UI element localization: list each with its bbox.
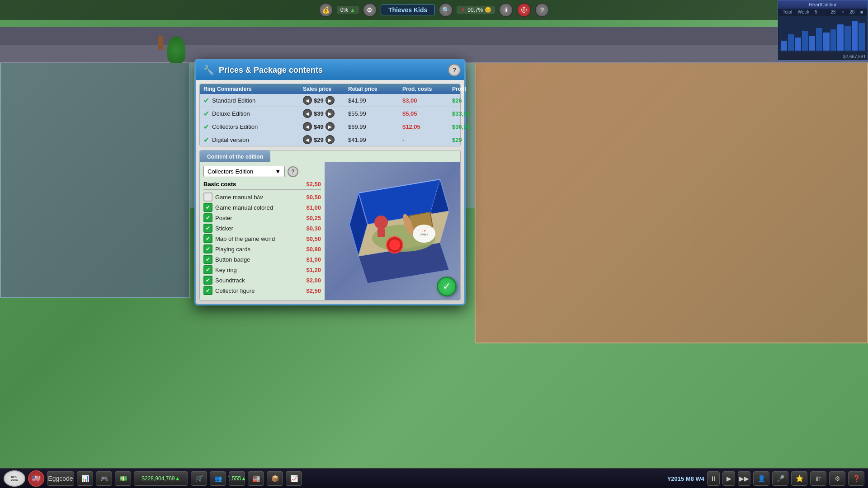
dialog-help-button[interactable]: ? [448, 64, 461, 76]
info-btn-1[interactable]: ℹ [499, 3, 513, 17]
editions-table-header: Ring Commanders Sales price Retail price… [200, 84, 460, 94]
ok-button[interactable]: ✓ [437, 277, 457, 296]
check-digital: ✔ [203, 136, 209, 144]
content-section: Content of the edition Collectors Editio… [199, 150, 461, 300]
prodcost-deluxe: $5,05 [402, 110, 452, 117]
mini-stat-val3: 20 [849, 9, 854, 14]
item-cost-9: $2,50 [306, 287, 321, 294]
edition-select-row: Collectors Edition ▼ ? [203, 166, 321, 177]
edition-name-collectors: ✔ Collectors Edition [203, 122, 303, 131]
edition-name-digital: ✔ Digital version [203, 136, 303, 144]
search-icon[interactable]: 🔍 [439, 3, 453, 17]
workers-btn[interactable]: 👥 [210, 471, 226, 486]
cart-btn[interactable]: 🛒 [191, 471, 207, 486]
item-checkbox-1[interactable]: ✔ [203, 203, 212, 212]
edition-row-deluxe[interactable]: ✔ Deluxe Edition ◀ $39 ▶ $55.99 $5,05 $3… [200, 107, 460, 120]
mini-stat-down-icon: ↓ [823, 9, 825, 14]
info-btn-3[interactable]: ? [535, 3, 549, 17]
price-dec-deluxe[interactable]: ◀ [303, 109, 312, 118]
list-item[interactable]: ✔ Soundtrack $2,00 [203, 276, 321, 285]
item-name-5: Playing cards [215, 246, 303, 253]
list-item[interactable]: ✔ Button badge $1,00 [203, 255, 321, 264]
price-inc-collectors[interactable]: ▶ [326, 122, 335, 131]
flag-icon[interactable]: 🇺🇸 [28, 470, 44, 487]
list-item[interactable]: ✔ Playing cards $0,80 [203, 244, 321, 253]
item-checkbox-6[interactable]: ✔ [203, 255, 212, 264]
star-btn[interactable]: ⭐ [791, 471, 807, 486]
content-tab[interactable]: Content of the edition [200, 150, 270, 162]
save-btn[interactable]: Eggcode [47, 471, 74, 486]
price-inc-standard[interactable]: ▶ [326, 96, 335, 105]
money-btn[interactable]: 💵 [115, 471, 131, 486]
col-header-sales: Sales price [303, 86, 348, 92]
list-item[interactable]: ✔ Game manual colored $1,00 [203, 203, 321, 212]
editions-table: Ring Commanders Sales price Retail price… [199, 84, 461, 146]
game-btn[interactable]: 🎮 [96, 471, 112, 486]
retail-standard: $41.99 [348, 97, 402, 104]
price-dec-digital[interactable]: ◀ [303, 135, 312, 144]
pause-btn[interactable]: ⏸ [707, 471, 720, 486]
report-btn[interactable]: 📊 [77, 471, 93, 486]
list-item[interactable]: Game manual b/w $0,50 [203, 192, 321, 202]
prodcost-standard: $3,00 [402, 97, 452, 104]
mini-stat-val1: 5 [815, 9, 817, 14]
edition-row-collectors[interactable]: ✔ Collectors Edition ◀ $49 ▶ $69.99 $12,… [200, 120, 460, 133]
check-standard: ✔ [203, 96, 209, 105]
item-name-2: Poster [215, 215, 303, 221]
money-display: $228,904,769 ▲ [134, 471, 188, 486]
list-item[interactable]: ✔ Poster $0,25 [203, 213, 321, 222]
price-controls-digital[interactable]: ◀ $29 ▶ [303, 135, 348, 144]
price-inc-deluxe[interactable]: ▶ [326, 109, 335, 118]
factory-btn[interactable]: 🏭 [248, 471, 264, 486]
item-checkbox-0[interactable] [203, 192, 212, 202]
basic-costs-value: $2,50 [306, 181, 321, 188]
box-btn[interactable]: 📦 [267, 471, 283, 486]
resource-icon-1[interactable]: 💰 [319, 3, 333, 17]
basic-costs-label: Basic costs [203, 181, 236, 188]
item-checkbox-4[interactable]: ✔ [203, 234, 212, 243]
chart-btn[interactable]: 📈 [286, 471, 302, 486]
item-checkbox-5[interactable]: ✔ [203, 244, 212, 253]
price-dec-collectors[interactable]: ◀ [303, 122, 312, 131]
item-cost-2: $0,25 [306, 215, 321, 221]
price-dec-standard[interactable]: ◀ [303, 96, 312, 105]
play-btn[interactable]: ▶ [722, 471, 735, 486]
price-controls-collectors[interactable]: ◀ $49 ▶ [303, 122, 348, 131]
mini-stats-panel: HeartCalibur Total Week 5 ↓ 26 ○ 20 ■ $2… [778, 0, 868, 61]
price-controls-standard[interactable]: ◀ $29 ▶ [303, 96, 348, 105]
profile-btn[interactable]: 👤 [753, 471, 769, 486]
edition-row-digital[interactable]: ✔ Digital version ◀ $29 ▶ $41.99 - $29 [200, 133, 460, 146]
svg-text:GAMES: GAMES [420, 233, 429, 236]
item-checkbox-8[interactable]: ✔ [203, 276, 212, 285]
list-item[interactable]: ✔ Map of the game world $0,50 [203, 234, 321, 243]
col-header-prod: Prod. costs [402, 86, 452, 92]
fast-forward-btn[interactable]: ▶▶ [738, 471, 750, 486]
list-item[interactable]: ✔ Sticker $0,30 [203, 224, 321, 233]
top-bar: 💰 0% ▲ ⚙ Thieves Kids 🔍 ▼ 90,7% 😊 ℹ 🛈 ? [0, 0, 868, 20]
item-checkbox-2[interactable]: ✔ [203, 213, 212, 222]
box-illustration-svg: I ♥ GAMES [327, 166, 458, 297]
item-checkbox-9[interactable]: ✔ [203, 286, 212, 295]
item-cost-0: $0,50 [306, 194, 321, 201]
content-help-btn[interactable]: ? [288, 166, 298, 177]
info-btn-2[interactable]: 🛈 [517, 3, 531, 17]
help-btn[interactable]: ❓ [848, 471, 864, 486]
item-checkbox-7[interactable]: ✔ [203, 265, 212, 274]
edition-row-standard[interactable]: ✔ Standard Edition ◀ $29 ▶ $41.99 $3,00 … [200, 94, 460, 107]
settings-btn[interactable]: ⚙ [829, 471, 845, 486]
list-item[interactable]: ✔ Key ring $1,20 [203, 265, 321, 274]
item-name-7: Key ring [215, 267, 303, 273]
list-item[interactable]: ✔ Collector figure $2,50 [203, 286, 321, 295]
item-cost-3: $0,30 [306, 225, 321, 232]
delete-btn[interactable]: 🗑 [810, 471, 826, 486]
workers-display: 1.555 ▲ [229, 471, 245, 486]
settings-icon[interactable]: ⚙ [363, 3, 377, 17]
item-checkbox-3[interactable]: ✔ [203, 224, 212, 233]
edition-dropdown[interactable]: Collectors Edition ▼ [203, 166, 285, 177]
item-cost-8: $2,00 [306, 277, 321, 284]
price-controls-deluxe[interactable]: ◀ $39 ▶ [303, 109, 348, 118]
content-body: Collectors Edition ▼ ? Basic costs $2,50… [200, 162, 460, 300]
mic-btn[interactable]: 🎤 [772, 471, 788, 486]
price-inc-digital[interactable]: ▶ [326, 135, 335, 144]
happiness-display: ▼ 90,7% 😊 [457, 6, 495, 14]
